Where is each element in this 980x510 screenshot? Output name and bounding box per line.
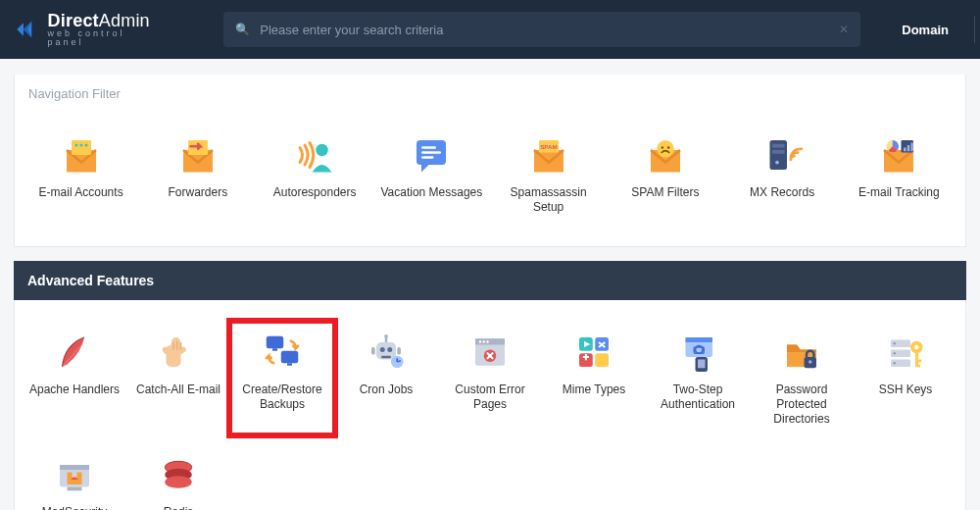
envelope-icon xyxy=(54,132,109,178)
envelope-arrow-icon xyxy=(171,132,225,178)
feature-email-accounts[interactable]: E-mail Accounts xyxy=(23,125,139,223)
feature-label: Create/Restore Backups xyxy=(234,382,330,412)
waves-user-icon xyxy=(287,132,342,178)
feature-autoresponders[interactable]: Autoresponders xyxy=(257,125,373,223)
feature-label: Custom Error Pages xyxy=(442,382,538,412)
feature-label: Password Protected Directories xyxy=(754,382,850,427)
brand-text: DirectAdmin web control panel xyxy=(48,12,154,47)
chat-note-icon xyxy=(404,132,459,178)
envelope-spam-icon xyxy=(521,132,576,178)
feature-label: Vacation Messages xyxy=(380,185,482,200)
feature-modsecurity[interactable]: ModSecurity xyxy=(23,444,126,510)
email-manager-panel: E-mail AccountsForwardersAutorespondersV… xyxy=(14,75,966,247)
feature-label: Apache Handlers xyxy=(29,382,120,397)
feature-label: Two-Step Authentication xyxy=(650,382,746,412)
search-icon: 🔍 xyxy=(235,23,250,36)
feature-label: E-mail Accounts xyxy=(39,185,123,200)
navigation-filter xyxy=(15,75,965,113)
feature-redis[interactable]: Redis xyxy=(126,444,230,510)
brand-logo[interactable]: DirectAdmin web control panel xyxy=(14,12,153,47)
feature-label: Spamassassin Setup xyxy=(496,185,602,215)
search-input[interactable] xyxy=(260,23,829,37)
top-header: DirectAdmin web control panel 🔍 ✕ Domain… xyxy=(0,0,980,59)
feature-label: Redis xyxy=(164,505,194,510)
domain-dropdown[interactable]: Domain xyxy=(892,23,958,37)
feature-apache-handlers[interactable]: Apache Handlers xyxy=(23,322,126,434)
advanced-features-panel: Apache HandlersCatch-All E-mailCreate/Re… xyxy=(14,300,966,510)
feature-mx-records[interactable]: MX Records xyxy=(724,125,841,223)
browser-x-icon xyxy=(463,330,517,375)
directadmin-logo-icon xyxy=(14,15,40,44)
clear-search-icon[interactable]: ✕ xyxy=(839,23,849,36)
feature-label: Autoresponders xyxy=(273,185,357,200)
monitors-sync-icon xyxy=(255,330,310,375)
feature-custom-error-pages[interactable]: Custom Error Pages xyxy=(438,322,542,434)
server-wifi-icon xyxy=(755,132,809,178)
feature-password-protected-dirs[interactable]: Password Protected Directories xyxy=(750,322,854,434)
navigation-filter-input[interactable] xyxy=(28,86,952,101)
feature-ssh-keys[interactable]: SSH Keys xyxy=(854,322,957,434)
twofa-icon xyxy=(670,330,725,375)
feature-label: Catch-All E-mail xyxy=(136,382,220,397)
folder-lock-icon xyxy=(774,330,829,375)
robot-icon xyxy=(359,330,414,375)
envelope-chart-icon xyxy=(871,132,926,178)
feather-icon xyxy=(47,330,102,375)
feature-label: MX Records xyxy=(750,185,814,200)
feature-forwarders[interactable]: Forwarders xyxy=(139,125,256,223)
feature-label: Mime Types xyxy=(563,382,625,397)
global-search[interactable]: 🔍 ✕ xyxy=(223,12,860,47)
server-key-icon xyxy=(878,330,933,375)
modsec-icon xyxy=(47,452,102,497)
feature-label: Forwarders xyxy=(169,185,228,200)
feature-label: SSH Keys xyxy=(879,382,933,397)
feature-label: E-mail Tracking xyxy=(858,185,940,200)
advanced-features-header[interactable]: Advanced Features xyxy=(14,261,966,300)
feature-email-tracking[interactable]: E-mail Tracking xyxy=(841,125,957,223)
envelope-face-icon xyxy=(638,132,693,178)
feature-two-step-auth[interactable]: Two-Step Authentication xyxy=(646,322,750,434)
feature-create-restore-backups[interactable]: Create/Restore Backups xyxy=(230,322,334,434)
glove-icon xyxy=(151,330,206,375)
feature-cron-jobs[interactable]: Cron Jobs xyxy=(334,322,438,434)
feature-vacation-messages[interactable]: Vacation Messages xyxy=(373,125,490,223)
feature-catch-all-email[interactable]: Catch-All E-mail xyxy=(126,322,230,434)
feature-spamassassin-setup[interactable]: Spamassassin Setup xyxy=(490,125,607,223)
user-crumb[interactable]: la xyxy=(974,16,980,43)
feature-label: Cron Jobs xyxy=(360,382,414,397)
feature-label: ModSecurity xyxy=(42,505,108,510)
feature-mime-types[interactable]: Mime Types xyxy=(542,322,646,434)
redis-icon xyxy=(151,452,206,497)
feature-label: SPAM Filters xyxy=(631,185,699,200)
feature-spam-filters[interactable]: SPAM Filters xyxy=(607,125,723,223)
svg-marker-80 xyxy=(17,23,24,35)
media-grid-icon xyxy=(566,330,621,375)
main-content: E-mail AccountsForwardersAutorespondersV… xyxy=(0,75,980,510)
